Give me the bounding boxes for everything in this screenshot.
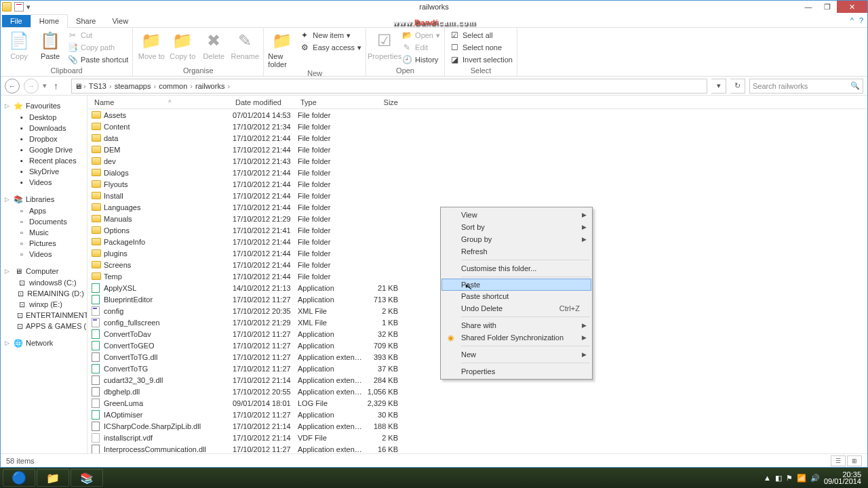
sidebar-item[interactable]: ▪SkyDrive (1, 166, 87, 177)
details-view-button[interactable]: ☰ (831, 455, 846, 466)
up-button[interactable]: ↑ (54, 81, 67, 92)
qat-properties-icon[interactable] (14, 2, 24, 12)
task-chrome[interactable]: 🔵 (3, 469, 35, 487)
back-button[interactable]: ← (5, 79, 20, 94)
move-to-button[interactable]: 📁Move to (137, 29, 165, 60)
breadcrumb[interactable]: 🖥› TS13› steamapps› common› railworks› (71, 79, 707, 94)
sidebar-libraries[interactable]: ▷📚Libraries (1, 193, 87, 205)
sidebar-item[interactable]: ▫Videos (1, 249, 87, 260)
cm-group-by[interactable]: Group by▶ (442, 233, 591, 245)
sidebar-item[interactable]: ▪Dropbox (1, 134, 87, 144)
paste-button[interactable]: 📋Paste (36, 29, 64, 60)
paste-shortcut-button[interactable]: 📎Paste shortcut (67, 54, 128, 66)
crumb-1[interactable]: steamapps (113, 82, 153, 90)
file-row[interactable]: Flyouts17/10/2012 21:44File folder (87, 178, 867, 190)
clock[interactable]: 20:35 09/01/2014 (824, 471, 861, 485)
cm-refresh[interactable]: Refresh (442, 245, 591, 258)
select-none-button[interactable]: ☐Select none (449, 41, 513, 54)
invert-selection-button[interactable]: ◪Invert selection (449, 54, 513, 66)
file-row[interactable]: Content17/10/2012 21:34File folder (87, 121, 867, 132)
qat-folder-icon[interactable] (2, 2, 12, 12)
sidebar-item[interactable]: ▫Apps (1, 205, 87, 216)
sidebar-computer[interactable]: ▷🖥Computer (1, 265, 87, 277)
file-row[interactable]: IAOptimiser17/10/2012 11:27Application30… (87, 409, 867, 420)
cm-share-with[interactable]: Share with▶ (442, 319, 591, 331)
cm-shared-sync[interactable]: ◉Shared Folder Synchronization▶ (442, 331, 591, 344)
tab-view[interactable]: View (104, 15, 136, 27)
maximize-button[interactable]: ❐ (818, 1, 837, 13)
open-button[interactable]: 📂Open ▾ (401, 29, 440, 41)
copy-path-button[interactable]: 📑Copy path (67, 41, 128, 54)
file-row[interactable]: DEM17/10/2012 21:44File folder (87, 144, 867, 155)
sidebar-favourites[interactable]: ▷⭐Favourites (1, 100, 87, 112)
sidebar-item[interactable]: ▪Videos (1, 177, 87, 188)
sidebar-item[interactable]: ▫Documents (1, 216, 87, 227)
history-dropdown-icon[interactable]: ▾ (43, 81, 50, 90)
forward-button[interactable]: → (24, 79, 39, 94)
cm-sort-by[interactable]: Sort by▶ (442, 221, 591, 233)
search-input[interactable]: Search railworks 🔍 (749, 79, 863, 94)
crumb-3[interactable]: railworks (194, 82, 226, 90)
sidebar-item[interactable]: ▪Downloads (1, 123, 87, 134)
cut-button[interactable]: ✂Cut (67, 29, 128, 41)
copy-to-button[interactable]: 📁Copy to (168, 29, 197, 60)
sidebar-item[interactable]: ⊡windows8 (C:) (1, 277, 87, 288)
sidebar-item[interactable]: ⊡APPS & GAMES (I:) (1, 321, 87, 331)
tab-share[interactable]: Share (68, 15, 104, 27)
easy-access-button[interactable]: ⚙Easy access ▾ (299, 41, 361, 54)
tab-home[interactable]: Home (31, 14, 68, 28)
file-row[interactable]: Install17/10/2012 21:44File folder (87, 190, 867, 201)
file-row[interactable]: installscript.vdf17/10/2012 21:14VDF Fil… (87, 432, 867, 443)
cm-undo-delete[interactable]: Undo DeleteCtrl+Z (442, 302, 591, 314)
sidebar-item[interactable]: ▪Recent places (1, 155, 87, 166)
icons-view-button[interactable]: ⊞ (847, 455, 862, 466)
system-tray[interactable]: ▲ ◧ ⚑ 📶 🔊 20:35 09/01/2014 (764, 471, 865, 485)
properties-button[interactable]: ☑Properties (370, 29, 399, 60)
file-row[interactable]: GreenLuma09/01/2014 18:01LOG File2,329 K… (87, 397, 867, 409)
sidebar-item[interactable]: ⊡ENTERTAINMENT (1, 310, 87, 321)
tray-up-icon[interactable]: ▲ (764, 474, 771, 482)
sidebar-item[interactable]: ▪Desktop (1, 112, 87, 123)
sidebar-network[interactable]: ▷🌐Network (1, 337, 87, 349)
cm-new[interactable]: New▶ (442, 348, 591, 361)
file-row[interactable]: InterprocessCommunication.dll17/10/2012 … (87, 443, 867, 453)
edit-button[interactable]: ✎Edit (401, 41, 440, 54)
sidebar-item[interactable]: ▫Pictures (1, 238, 87, 249)
close-button[interactable]: ✕ (837, 1, 867, 13)
crumb-0[interactable]: TS13 (87, 82, 108, 90)
cm-paste-shortcut[interactable]: Paste shortcut (442, 290, 591, 302)
help-icon[interactable]: ? (859, 16, 863, 24)
task-explorer[interactable]: 📁 (37, 469, 69, 487)
rename-button[interactable]: ✎Rename (231, 29, 259, 60)
col-size[interactable]: Size (363, 98, 406, 106)
sidebar-item[interactable]: ▫Music (1, 227, 87, 238)
col-type[interactable]: Type (298, 98, 363, 106)
col-name[interactable]: Name^ (92, 98, 233, 106)
tab-file[interactable]: File (2, 15, 31, 27)
cm-view[interactable]: View▶ (442, 209, 591, 221)
minimize-button[interactable]: — (799, 1, 818, 13)
history-button[interactable]: 🕘History (401, 54, 440, 66)
sidebar-item[interactable]: ⊡winxp (E:) (1, 299, 87, 310)
delete-button[interactable]: ✖Delete (199, 29, 228, 60)
file-row[interactable]: dev17/10/2012 21:43File folder (87, 155, 867, 167)
file-row[interactable]: Dialogs17/10/2012 21:44File folder (87, 167, 867, 178)
file-row[interactable]: data17/10/2012 21:44File folder (87, 132, 867, 144)
crumb-2[interactable]: common (157, 82, 189, 90)
cm-customise[interactable]: Customise this folder... (442, 262, 591, 274)
file-row[interactable]: ICSharpCode.SharpZipLib.dll17/10/2012 21… (87, 420, 867, 432)
ribbon-collapse-icon[interactable]: ^ (850, 16, 854, 24)
refresh-button[interactable]: ↻ (730, 79, 745, 94)
new-folder-button[interactable]: 📁New folder (268, 29, 296, 68)
tray-network-icon[interactable]: 📶 (797, 474, 806, 483)
tray-app-icon[interactable]: ◧ (775, 474, 782, 483)
tray-flag-icon[interactable]: ⚑ (786, 474, 793, 483)
cm-properties[interactable]: Properties (442, 365, 591, 378)
task-winrar[interactable]: 📚 (71, 469, 103, 487)
sidebar-item[interactable]: ▪Google Drive (1, 144, 87, 155)
file-row[interactable]: dbghelp.dll17/10/2012 20:55Application e… (87, 386, 867, 397)
qat-dropdown-icon[interactable]: ▾ (26, 3, 33, 11)
col-date[interactable]: Date modified (233, 98, 298, 106)
tray-volume-icon[interactable]: 🔊 (810, 474, 820, 483)
new-item-button[interactable]: ✦New item ▾ (299, 29, 361, 41)
